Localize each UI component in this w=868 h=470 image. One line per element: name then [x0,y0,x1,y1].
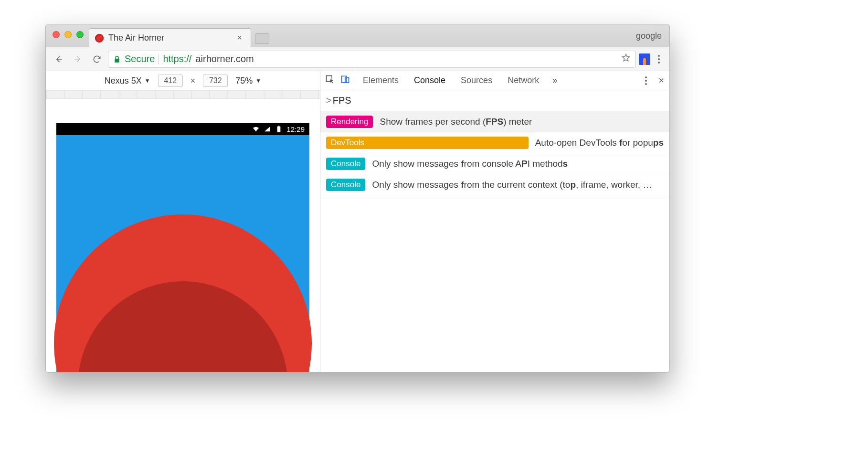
window-minimize-button[interactable] [64,31,72,38]
arrow-left-icon [54,54,64,64]
titlebar: The Air Horner × google [46,24,669,47]
devtools-menu-button[interactable] [639,75,653,87]
device-ruler[interactable] [46,90,320,99]
result-badge: DevTools [326,137,529,149]
inspect-element-button[interactable] [325,75,335,86]
zoom-select[interactable]: 75% ▼ [235,76,261,86]
device-width-input[interactable] [158,75,183,87]
devtools-tab-network[interactable]: Network [500,71,547,90]
new-tab-button[interactable] [255,33,269,44]
address-separator [159,54,159,64]
emulated-screen[interactable]: 12:29 [56,123,309,372]
reload-icon [92,54,102,64]
device-name: Nexus 5X [105,76,142,86]
dimension-separator: × [191,76,196,86]
back-button[interactable] [51,51,67,67]
command-prefix: > [326,95,332,106]
result-text: Only show messages from the current cont… [372,180,652,190]
arrow-right-icon [73,54,83,64]
devtools-panel: ElementsConsoleSourcesNetwork » × > FPS … [320,71,669,372]
chevron-down-icon: ▼ [145,77,150,84]
command-result[interactable]: RenderingShow frames per second (FPS) me… [320,111,669,132]
signal-icon [264,125,271,133]
result-badge: Console [326,158,365,170]
devtools-tab-elements[interactable]: Elements [355,71,406,90]
device-select[interactable]: Nexus 5X ▼ [105,76,150,86]
browser-menu-button[interactable] [653,53,665,65]
inspect-icon [325,75,335,84]
bookmark-button[interactable] [621,53,631,65]
browser-window: The Air Horner × google Secure [45,24,670,373]
reload-button[interactable] [89,51,105,67]
forward-button[interactable] [70,51,86,67]
lighthouse-extension-icon[interactable] [639,53,650,65]
window-zoom-button[interactable] [76,31,84,38]
device-canvas: 12:29 [46,99,320,372]
devtools-tabs: ElementsConsoleSourcesNetwork [355,71,547,90]
svg-rect-2 [345,78,349,83]
devtools-close-button[interactable]: × [653,75,669,86]
device-height-input[interactable] [203,75,228,87]
device-mode-pane: Nexus 5X ▼ × 75% ▼ [46,71,320,372]
command-result[interactable]: DevToolsAuto-open DevTools for popups [320,132,669,153]
devices-icon [340,75,350,84]
result-badge: Rendering [326,116,373,128]
devtools-tabbar: ElementsConsoleSourcesNetwork » × [320,71,669,90]
result-text: Show frames per second (FPS) meter [380,117,532,127]
tab-title: The Air Horner [108,33,230,43]
navigation-toolbar: Secure https:// airhorner.com [46,47,669,71]
result-badge: Console [326,179,365,191]
command-result[interactable]: ConsoleOnly show messages from the curre… [320,174,669,195]
devtools-overflow-button[interactable]: » [547,75,563,85]
command-result[interactable]: ConsoleOnly show messages from console A… [320,153,669,174]
devtools-tab-console[interactable]: Console [406,71,453,90]
url-scheme: https:// [163,53,191,64]
window-controls [53,31,84,38]
url-host: airhorner.com [195,53,254,64]
tab-favicon [95,34,104,43]
statusbar-time: 12:29 [286,125,305,133]
secure-label: Secure [125,53,155,64]
command-query: FPS [333,95,351,106]
chevron-down-icon: ▼ [255,77,261,84]
device-toolbar: Nexus 5X ▼ × 75% ▼ [46,71,320,90]
browser-tab[interactable]: The Air Horner × [89,28,251,47]
tab-close-button[interactable]: × [235,33,244,43]
address-bar[interactable]: Secure https:// airhorner.com [108,51,636,68]
result-text: Auto-open DevTools for popups [535,138,664,148]
toggle-device-button[interactable] [340,75,350,86]
svg-rect-1 [342,76,347,82]
profile-label[interactable]: google [636,31,662,41]
result-text: Only show messages from console API meth… [372,159,568,169]
content-split: Nexus 5X ▼ × 75% ▼ [46,71,669,372]
command-menu-input[interactable]: > FPS [320,90,669,111]
wifi-icon [252,125,260,133]
window-close-button[interactable] [53,31,60,38]
zoom-value: 75% [235,76,253,86]
star-icon [621,53,631,63]
devtools-tab-sources[interactable]: Sources [453,71,500,90]
lock-icon [113,55,121,63]
android-statusbar: 12:29 [56,123,309,135]
command-menu-results: RenderingShow frames per second (FPS) me… [320,111,669,195]
battery-icon [275,125,283,133]
